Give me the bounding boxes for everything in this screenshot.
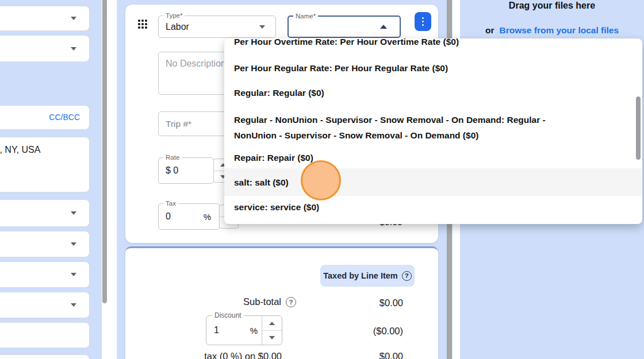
menu-option[interactable]: Repair: Repair ($0) — [224, 152, 642, 164]
tax-value: 0 — [166, 211, 171, 222]
menu-option[interactable]: service: service ($0) — [224, 202, 642, 213]
left-form-panel: CC/BCC le, NY, USA — [0, 0, 102, 359]
chevron-down-icon — [71, 273, 76, 276]
tax-line-label: tax (0 %) on $0.00 — [204, 351, 282, 359]
discount-amount: ($0.00) — [373, 326, 403, 337]
help-icon[interactable]: ? — [402, 271, 412, 281]
click-indicator — [301, 160, 341, 200]
left-select-4[interactable] — [0, 231, 90, 257]
left-input-7[interactable] — [0, 322, 90, 348]
left-select-6[interactable] — [0, 292, 90, 318]
discount-stepper[interactable] — [262, 316, 282, 345]
menu-option[interactable]: Per Hour Regular Rate: Per Hour Regular … — [224, 63, 642, 74]
left-input-8[interactable] — [0, 354, 90, 359]
chevron-down-icon — [71, 242, 76, 246]
discount-decrement-button[interactable] — [262, 330, 282, 345]
rate-field[interactable]: Rate $ 0 — [158, 157, 214, 184]
menu-option[interactable]: Regular - NonUnion - Supervisor - Snow R… — [224, 112, 604, 143]
rate-value: $ 0 — [166, 165, 178, 176]
help-icon[interactable]: ? — [286, 297, 296, 307]
chevron-down-icon — [259, 25, 265, 29]
tax-field[interactable]: Tax 0 % — [158, 203, 220, 230]
subtotal-value: $0.00 — [379, 298, 403, 308]
left-select-2[interactable] — [0, 35, 90, 62]
or-text: or — [485, 25, 494, 36]
taxed-chip-label: Taxed by Line Item — [323, 271, 397, 280]
browse-files-link[interactable]: Browse from your local files — [499, 25, 619, 36]
menu-option[interactable]: Regular: Regular ($0) — [224, 87, 642, 99]
address-text: le, NY, USA — [0, 145, 40, 155]
discount-field[interactable]: Discount % — [206, 315, 282, 345]
name-select[interactable]: Name* — [288, 16, 401, 38]
tax-percent-suffix: % — [204, 212, 211, 222]
discount-percent-suffix: % — [250, 326, 258, 335]
left-select-3[interactable] — [0, 199, 90, 227]
triangle-down-icon — [269, 336, 275, 339]
menu-option-highlighted[interactable]: salt: salt ($0) — [224, 177, 642, 188]
left-select-5[interactable] — [0, 261, 90, 288]
type-select[interactable]: Type* Labor — [158, 16, 276, 38]
left-panel-scrollbar[interactable] — [102, 0, 107, 303]
menu-scrollbar[interactable] — [636, 96, 641, 160]
name-label: Name* — [293, 12, 318, 20]
chevron-down-icon — [71, 211, 76, 215]
tax-line-value: $0.00 — [379, 351, 403, 359]
taxed-by-line-item-chip[interactable]: Taxed by Line Item ? — [320, 265, 415, 287]
line-item-menu-button[interactable] — [415, 12, 431, 31]
chevron-down-icon — [71, 17, 76, 20]
upload-or-row: or Browse from your local files — [460, 25, 644, 36]
address-field[interactable]: le, NY, USA — [0, 137, 90, 192]
name-options-menu: Per Hour Overtime Rate: Per Hour Overtim… — [224, 38, 642, 224]
triangle-up-icon — [269, 322, 275, 325]
type-label: Type* — [163, 11, 185, 20]
subtotal-label: Sub-total — [243, 296, 281, 307]
invoice-summary-card: Taxed by Line Item ? Sub-total ? $0.00 D… — [125, 246, 438, 359]
kebab-icon — [422, 17, 424, 19]
type-value: Labor — [166, 22, 189, 32]
tax-label: Tax — [163, 199, 178, 207]
cc-bcc-link[interactable]: CC/BCC — [49, 113, 80, 122]
chevron-up-icon — [380, 25, 387, 29]
left-select-1[interactable] — [0, 6, 90, 31]
discount-increment-button[interactable] — [262, 316, 282, 330]
invoice-editor-screen: CC/BCC le, NY, USA Type* Labor Name* — [0, 0, 644, 359]
chevron-down-icon — [71, 303, 76, 307]
subtotal-label-row: Sub-total ? — [243, 296, 296, 307]
discount-input[interactable] — [206, 316, 247, 345]
drag-files-title: Drag your files here — [460, 1, 644, 11]
menu-option[interactable]: Per Hour Overtime Rate: Per Hour Overtim… — [224, 38, 642, 48]
rate-label: Rate — [163, 153, 182, 161]
drag-handle-icon[interactable] — [137, 19, 148, 29]
recipient-field[interactable]: CC/BCC — [0, 105, 90, 130]
chevron-down-icon — [71, 47, 76, 51]
